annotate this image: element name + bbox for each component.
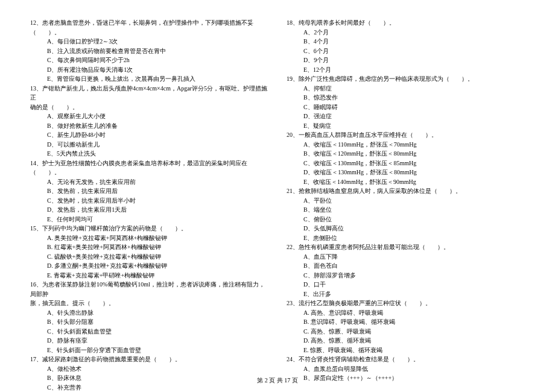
question-option: E、出汗多 <box>287 289 525 299</box>
question-option: A、平卧位 <box>287 196 525 206</box>
question-stem-cont: 确的是（ ）。 <box>30 103 268 112</box>
question-stem-cont: 胀，抽无回血。提示（ ）。 <box>30 299 268 308</box>
question-option: E、患侧卧位 <box>287 233 525 243</box>
question-option: C、新生儿静卧48小时 <box>30 130 268 140</box>
column-right: 18、纯母乳喂养多长时间最好（ ）。 A、2个月 B、4个月 C、6个月 D、9… <box>287 18 525 368</box>
question-option: A. 高热、意识障碍、呼吸衰竭 <box>287 308 525 318</box>
question-stem: 12、患者患脑血管意外，昏迷已半年，长期鼻饲，在护理操作中，下列哪项措施不妥（ … <box>30 18 268 37</box>
question-stem: 15、下列药中均为幽门螺杆菌治疗方案的药物是（ ）。 <box>30 224 268 233</box>
question-option: B、收缩压＜120mmHg，舒张压＜80mmHg <box>287 149 525 159</box>
question-stem: 18、纯母乳喂养多长时间最好（ ）。 <box>287 18 525 28</box>
page-footer: 第 2 页 共 17 页 <box>0 376 555 385</box>
question-option: C、俯卧位 <box>287 215 525 224</box>
question-option: A、无论有无发热，抗生素应用前 <box>30 177 268 187</box>
question-23: 23、流行性乙型脑炎极期最严重的三种症状（ ）。 A. 高热、意识障碍、呼吸衰竭… <box>287 299 525 355</box>
two-column-layout: 12、患者患脑血管意外，昏迷已半年，长期鼻饲，在护理操作中，下列哪项措施不妥（ … <box>30 18 525 368</box>
question-option: D、强迫症 <box>287 112 525 121</box>
question-option: D. 多潘立酮+奥美拉唑+克拉霉素+枸橼酸铋钾 <box>30 261 268 271</box>
question-14: 14、护士为亚急性细菌性心内膜炎患者采集血培养标本时，最适宜的采集时间应在（ ）… <box>30 159 268 224</box>
question-stem: 16、为患者张某静脉注射10%葡萄糖酸钙10ml，推注时，患者诉说疼痛，推注稍有… <box>30 280 268 299</box>
question-stem: 23、流行性乙型脑炎极期最严重的三种症状（ ）。 <box>287 299 525 308</box>
question-option: A、血压下降 <box>287 252 525 262</box>
question-16: 16、为患者张某静脉注射10%葡萄糖酸钙10ml，推注时，患者诉说疼痛，推注稍有… <box>30 280 268 355</box>
question-option: A、血浆总蛋白明显降低 <box>287 364 525 374</box>
question-option: D、静脉有痉挛 <box>30 336 268 346</box>
question-option: A、每日做口腔护理2～3次 <box>30 37 268 46</box>
question-option: E. 惊厥、呼吸衰竭、循环衰竭 <box>287 346 525 355</box>
question-stem: 22、急性有机磷重度患者阿托品注射后最可能出现（ ）。 <box>287 242 525 252</box>
question-option: B. 红霉素+奥美拉唑+阿莫西林+枸橼酸铋钾 <box>30 242 268 252</box>
question-option: C、每次鼻饲间隔时间不少于2h <box>30 55 268 65</box>
question-option: E、任何时间均可 <box>30 215 268 224</box>
question-option: D、口干 <box>287 280 525 289</box>
question-stem: 19、除外广泛性焦虑障碍，焦虑症的另一种临床表现形式为（ ）。 <box>287 74 525 84</box>
question-option: B、4个月 <box>287 37 525 46</box>
question-18: 18、纯母乳喂养多长时间最好（ ）。 A、2个月 B、4个月 C、6个月 D、9… <box>287 18 525 74</box>
question-option: B、面色苍白 <box>287 261 525 271</box>
question-option: C、针头斜面紧贴血管壁 <box>30 327 268 337</box>
question-option: B、惊恐发作 <box>287 93 525 103</box>
question-option: E、胃管应每日更换，晚上拔出，次晨再由另一鼻孔插入 <box>30 74 268 84</box>
question-option: A. 奥美拉唑+克拉霉素+阿莫西林+枸橼酸铋钾 <box>30 233 268 243</box>
question-option: E、12个月 <box>287 65 525 75</box>
question-option: D、所有灌注物品应每天消毒1次 <box>30 65 268 75</box>
question-option: B、针头部分阻塞 <box>30 317 268 327</box>
question-option: A、观察新生儿大小便 <box>30 112 268 121</box>
question-option: C、睡眠障碍 <box>287 103 525 112</box>
question-stem: 17、减轻尿路刺激征的非药物措施最重要的是（ ）。 <box>30 355 268 364</box>
question-option: E、收缩压＜140mmHg，舒张压＜90mmHg <box>287 177 525 187</box>
question-option: B、发热前，抗生素应用后 <box>30 186 268 196</box>
column-left: 12、患者患脑血管意外，昏迷已半年，长期鼻饲，在护理操作中，下列哪项措施不妥（ … <box>30 18 268 368</box>
question-stem: 20、一般高血压人群降压时血压水平应维持在（ ）。 <box>287 130 525 140</box>
question-stem: 21、抢救肺结核咯血窒息病人时，病人应采取的体位是（ ）。 <box>287 186 525 196</box>
question-option: D. 高热、惊厥、循环衰竭 <box>287 336 525 346</box>
question-15: 15、下列药中均为幽门螺杆菌治疗方案的药物是（ ）。 A. 奥美拉唑+克拉霉素+… <box>30 224 268 280</box>
question-13: 13、产钳助产新生儿，娩出后头颅血肿4cm×4cm×4cm，Apgar评分5分，… <box>30 84 268 159</box>
question-option: E、5天内禁止洗头 <box>30 149 268 159</box>
question-option: A、抑郁症 <box>287 84 525 93</box>
question-22: 22、急性有机磷重度患者阿托品注射后最可能出现（ ）。 A、血压下降 B、面色苍… <box>287 242 525 299</box>
question-option: A、收缩压＜110mmHg，舒张压＜70mmHg <box>287 140 525 150</box>
question-stem: 24、不符合肾炎性肾病辅助检查结果是（ ）。 <box>287 355 525 364</box>
question-option: D、发热后，抗生素应用1天后 <box>30 205 268 215</box>
question-option: D、收缩压＜130mmHg，舒张压＜80mmHg <box>287 168 525 177</box>
question-option: A、做松弛术 <box>30 364 268 374</box>
question-stem: 13、产钳助产新生儿，娩出后头颅血肿4cm×4cm×4cm，Apgar评分5分，… <box>30 84 268 103</box>
question-19: 19、除外广泛性焦虑障碍，焦虑症的另一种临床表现形式为（ ）。 A、抑郁症 B、… <box>287 74 525 130</box>
question-21: 21、抢救肺结核咯血窒息病人时，病人应采取的体位是（ ）。 A、平卧位 B、端坐… <box>287 186 525 242</box>
question-17: 17、减轻尿路刺激征的非药物措施最重要的是（ ）。 A、做松弛术 B、卧床休息 … <box>30 355 268 392</box>
question-option: C、收缩压＜130mmHg，舒张压＜85mmHg <box>287 159 525 168</box>
question-option: D、头低脚高位 <box>287 224 525 233</box>
question-option: D、可以搬动新生儿 <box>30 140 268 150</box>
question-option: D、9个月 <box>287 55 525 65</box>
question-option: E. 青霉素+克拉霉素+甲硝唑+枸橼酸铋钾 <box>30 271 268 280</box>
question-option: C、发热时，抗生素应用后半小时 <box>30 196 268 206</box>
question-option: B、注入流质或药物前要检查胃管是否在胃中 <box>30 46 268 56</box>
question-option: B. 意识障碍、呼吸衰竭、循环衰竭 <box>287 317 525 327</box>
question-option: C. 硫酸铁+奥美拉唑+克拉霉素+枸橼酸铋钾 <box>30 252 268 262</box>
question-option: E、针头斜面一部分穿透下面血管壁 <box>30 346 268 355</box>
question-20: 20、一般高血压人群降压时血压水平应维持在（ ）。 A、收缩压＜110mmHg，… <box>287 130 525 186</box>
question-12: 12、患者患脑血管意外，昏迷已半年，长期鼻饲，在护理操作中，下列哪项措施不妥（ … <box>30 18 268 84</box>
question-option: C. 高热、惊厥、呼吸衰竭 <box>287 327 525 337</box>
question-option: C、6个月 <box>287 46 525 56</box>
question-option: C、肺部湿罗音增多 <box>287 271 525 280</box>
question-option: A、2个月 <box>287 28 525 37</box>
question-option: B、端坐位 <box>287 205 525 215</box>
question-option: A、针头滑出静脉 <box>30 308 268 318</box>
question-option: E、疑病症 <box>287 121 525 131</box>
question-option: B、做好抢救新生儿的准备 <box>30 121 268 131</box>
question-stem: 14、护士为亚急性细菌性心内膜炎患者采集血培养标本时，最适宜的采集时间应在（ ）… <box>30 159 268 177</box>
